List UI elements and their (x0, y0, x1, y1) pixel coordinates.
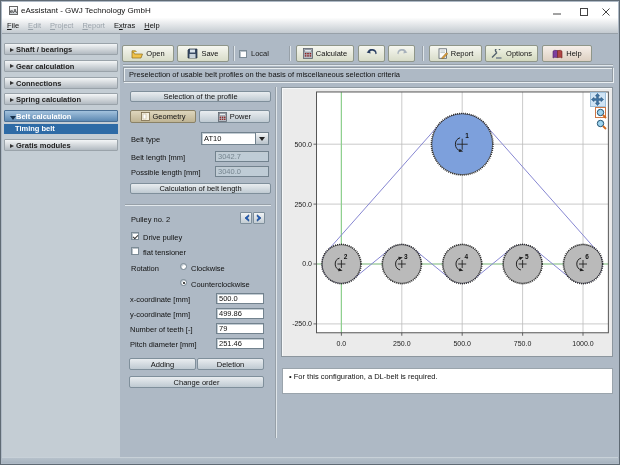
possible-length-field: 3040.0 (215, 166, 269, 177)
clockwise-radio[interactable] (180, 263, 187, 270)
window-title: eAssistant - GWJ Technology GmbH (21, 2, 151, 18)
sidebar-item-belt-calculation[interactable]: Belt calculation (4, 110, 118, 122)
panel-splitter[interactable] (275, 87, 277, 438)
number-of-teeth-input[interactable]: 79 (216, 323, 264, 334)
report-document-icon (438, 48, 448, 59)
sidebar-item-connections[interactable]: Connections (4, 77, 118, 89)
zoom-tool-button[interactable] (596, 119, 607, 130)
report-button-label: Report (451, 49, 474, 58)
change-order-label: Change order (174, 378, 220, 387)
zoom-box-icon (596, 108, 607, 119)
menu-item-edit: Edit (24, 18, 45, 33)
form-separator (125, 204, 271, 206)
minimize-button[interactable] (548, 2, 565, 18)
redo-icon (396, 49, 408, 58)
pulley-4-label: 4 (465, 253, 469, 260)
maximize-button[interactable] (575, 2, 592, 18)
sidebar-item-gratis-modules[interactable]: Gratis modules (4, 139, 118, 151)
belt-length-label: Belt length [mm] (131, 153, 185, 162)
help-button[interactable]: Help (542, 45, 592, 62)
flat-tensioner-label: flat tensioner (143, 248, 186, 257)
counterclockwise-radio[interactable] (180, 279, 187, 286)
zoom-box-tool-button[interactable] (595, 107, 606, 118)
pulley-4[interactable]: 4 (442, 244, 481, 283)
maximize-icon (579, 7, 589, 17)
y-coordinate-input[interactable]: 499.86 (216, 308, 264, 319)
counterclockwise-label: Counterclockwise (191, 280, 250, 289)
open-folder-icon (131, 49, 143, 59)
triangle-collapsed-icon (10, 64, 14, 68)
y-tick-label: -250.0 (292, 320, 312, 327)
x-coordinate-input[interactable]: 500.0 (216, 293, 264, 304)
sidebar-item-timing-belt[interactable]: Timing belt (4, 124, 118, 134)
y-tick-label: 250.0 (294, 201, 312, 208)
pulley-6-label: 6 (585, 253, 589, 260)
save-button[interactable]: Save (177, 45, 229, 62)
local-checkbox-group[interactable]: Local (239, 45, 269, 62)
geometry-tab-button[interactable]: Geometry (130, 110, 196, 123)
calculation-of-belt-length-label: Calculation of belt length (159, 184, 241, 193)
calculate-button-label: Calculate (316, 49, 347, 58)
app-window: eA eAssistant - GWJ Technology GmbH File… (0, 0, 620, 465)
menu-item-project: Project (46, 18, 77, 33)
pulley-1-label: 1 (465, 132, 469, 139)
calculate-button[interactable]: Calculate (296, 45, 354, 62)
y-tick-label: 500.0 (294, 141, 312, 148)
pulley-2[interactable]: 2 (322, 244, 361, 283)
options-tools-icon (491, 49, 503, 59)
pulley-5[interactable]: 5 (503, 244, 542, 283)
x-tick-label: 750.0 (514, 340, 532, 347)
help-button-label: Help (566, 49, 581, 58)
pan-arrows-icon (591, 93, 604, 106)
y-coordinate-label: y-coordinate [mm] (130, 310, 190, 319)
menu-item-file[interactable]: File (3, 18, 23, 33)
previous-pulley-button[interactable] (240, 212, 252, 224)
y-tick-label: 0.0 (302, 260, 312, 267)
minimize-icon (552, 7, 562, 17)
belt-type-combo-arrow[interactable] (255, 132, 269, 145)
clockwise-label: Clockwise (191, 264, 225, 273)
undo-button[interactable] (358, 45, 385, 62)
chevron-left-icon (243, 214, 250, 222)
redo-button[interactable] (388, 45, 415, 62)
adding-button[interactable]: Adding (129, 358, 196, 370)
belt-type-combo-value[interactable]: AT10 (201, 132, 256, 145)
pan-tool-button[interactable] (590, 92, 606, 107)
deletion-button-label: Deletion (217, 360, 245, 369)
sidebar-item-gear-calculation[interactable]: Gear calculation (4, 60, 118, 72)
open-button[interactable]: Open (122, 45, 174, 62)
power-tab-button[interactable]: Power (199, 110, 270, 123)
message-text: For this configuration, a DL-belt is req… (294, 372, 438, 381)
calculation-of-belt-length-button[interactable]: Calculation of belt length (130, 183, 271, 194)
local-checkbox[interactable] (239, 50, 247, 58)
x-tick-label: 0.0 (337, 340, 347, 347)
sidebar: Shaft / bearingsGear calculationConnecti… (2, 34, 120, 457)
help-book-icon (552, 49, 563, 59)
sidebar-item-spring-calculation[interactable]: Spring calculation (4, 93, 118, 105)
undo-icon (366, 49, 378, 58)
zoom-icon (596, 119, 607, 130)
pulley-6[interactable]: 6 (563, 244, 602, 283)
menu-bar: FileEditProjectReportExtrasHelp (2, 18, 618, 34)
next-pulley-button[interactable] (253, 212, 265, 224)
flat-tensioner-checkbox[interactable] (131, 247, 139, 255)
pulley-3[interactable]: 3 (382, 244, 421, 283)
deletion-button[interactable]: Deletion (197, 358, 264, 370)
menu-item-extras[interactable]: Extras (110, 18, 139, 33)
sidebar-item-shaft-bearings[interactable]: Shaft / bearings (4, 43, 118, 55)
pulley-diagram[interactable]: 123456-250.00.0250.0500.00.0250.0500.075… (283, 89, 612, 356)
geometry-icon (141, 112, 150, 121)
drive-pulley-label: Drive pulley (143, 233, 182, 242)
report-button[interactable]: Report (429, 45, 482, 62)
close-icon (601, 7, 611, 17)
belt-length-field: 3042.7 (215, 151, 269, 162)
pulley-1[interactable]: 1 (431, 113, 493, 175)
calculator-icon (303, 48, 313, 59)
menu-item-help[interactable]: Help (140, 18, 163, 33)
change-order-button[interactable]: Change order (129, 376, 264, 388)
selection-of-profile-button[interactable]: Selection of the profile (130, 91, 271, 102)
options-button[interactable]: Options (485, 45, 538, 62)
pitch-diameter-input[interactable]: 251.46 (216, 338, 264, 349)
close-button[interactable] (597, 2, 614, 18)
drive-pulley-checkbox[interactable] (131, 232, 139, 240)
